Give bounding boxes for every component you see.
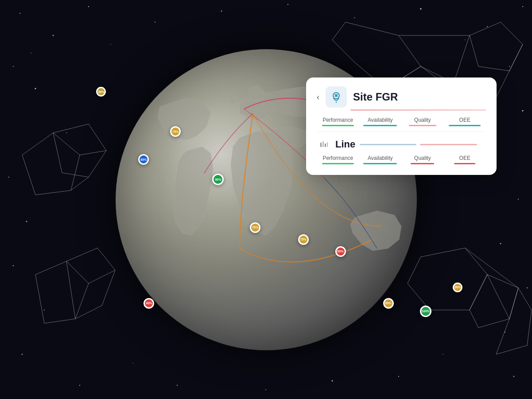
site-icon — [326, 86, 347, 108]
line-bar-container — [360, 144, 486, 145]
line-oee-label: OEE — [444, 155, 486, 161]
pin-65: 65% — [383, 298, 394, 309]
oee-bar — [449, 125, 481, 126]
line-performance-bar — [322, 163, 354, 164]
pin-90: 90% — [212, 174, 224, 185]
pin-75-sea: 75% — [298, 234, 309, 245]
site-metric-oee: OEE — [444, 117, 486, 126]
site-metric-availability: Availability — [359, 117, 402, 126]
site-title-bar — [350, 109, 486, 111]
line-icon — [317, 137, 331, 151]
site-metric-quality: Quality — [401, 117, 444, 126]
back-button[interactable]: ‹ — [317, 93, 319, 102]
line-quality-bar — [411, 163, 434, 164]
line-bar-2 — [420, 144, 477, 145]
line-metric-oee: OEE — [444, 155, 486, 164]
availability-label: Availability — [359, 117, 402, 123]
performance-bar — [322, 125, 354, 126]
pin-75-mid: 75% — [250, 222, 260, 233]
line-metric-performance: Performance — [317, 155, 359, 164]
oee-label: OEE — [444, 117, 486, 123]
line-availability-bar — [363, 163, 397, 164]
site-popup-card: ‹ Site FGR Performance Availability — [306, 77, 497, 175]
line-metrics-row: Performance Availability Quality OEE — [317, 155, 486, 164]
performance-label: Performance — [317, 117, 359, 123]
line-metric-quality: Quality — [401, 155, 444, 164]
line-bar-1 — [360, 144, 416, 145]
line-title: Line — [335, 139, 355, 150]
location-pins: 38% 75% 80% 90% 75% 75% 50% 40% 65% 100%… — [0, 0, 532, 399]
divider — [317, 132, 486, 132]
site-metric-performance: Performance — [317, 117, 359, 126]
line-availability-label: Availability — [359, 155, 402, 161]
pin-38: 38% — [96, 87, 106, 97]
svg-rect-63 — [327, 142, 328, 147]
site-metrics-row: Performance Availability Quality OEE — [317, 117, 486, 126]
availability-bar — [363, 125, 397, 126]
line-oee-bar — [454, 163, 475, 164]
svg-rect-62 — [325, 143, 326, 147]
line-performance-label: Performance — [317, 155, 359, 161]
line-header: Line — [317, 137, 486, 151]
line-metric-availability: Availability — [359, 155, 402, 164]
quality-label: Quality — [401, 117, 444, 123]
svg-rect-60 — [320, 143, 322, 147]
svg-rect-61 — [322, 141, 324, 147]
pin-75-europe: 75% — [170, 126, 181, 137]
pin-36: 36% — [453, 283, 462, 292]
pin-50: 50% — [335, 246, 346, 257]
quality-bar — [409, 125, 436, 126]
pin-40: 40% — [144, 298, 154, 309]
pin-80: 80% — [138, 154, 149, 165]
site-title: Site FGR — [353, 91, 398, 103]
line-quality-label: Quality — [401, 155, 444, 161]
pin-100: 100% — [420, 306, 431, 317]
